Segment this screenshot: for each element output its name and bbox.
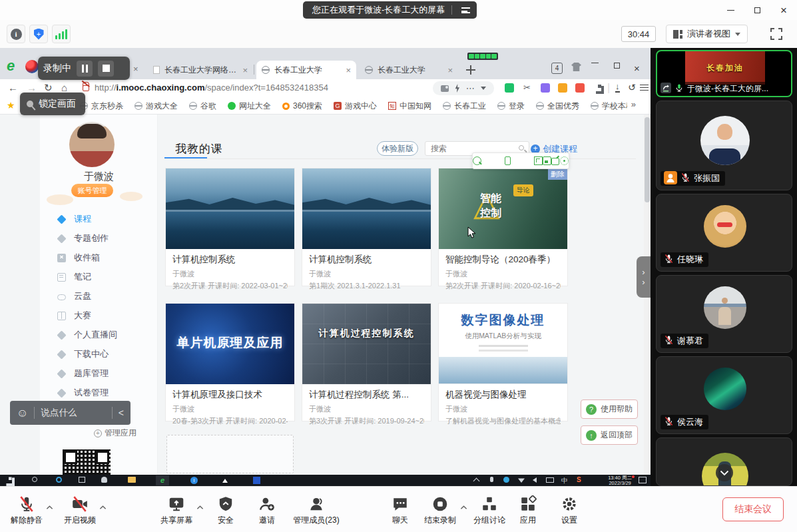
sidebar-item-6[interactable]: 大赛 xyxy=(40,308,158,323)
url-text[interactable]: http://i.mooc.chaoxing.com/space/index?t… xyxy=(95,83,328,93)
course-card[interactable]: 计算机过程控制系统计算机过程控制系统 第...于微波第3次开课 开课时间: 20… xyxy=(302,303,431,421)
sidebar-item-10[interactable]: 试卷管理 xyxy=(40,386,158,400)
hidden-tab-close-icon[interactable]: × xyxy=(133,64,138,74)
chevron-down-icon[interactable] xyxy=(481,87,486,90)
account-manage-button[interactable]: 账号管理 xyxy=(71,184,113,197)
course-card[interactable]: 计算机控制系统于微波第2次开课 开课时间: 2022-03-01~2022-..… xyxy=(165,168,295,286)
maximize-button[interactable] xyxy=(744,0,770,20)
settings-button[interactable]: 设置 xyxy=(555,493,583,527)
course-card[interactable]: 单片机原理及应用计算机原理及接口技术于微波20春-第3次开课 开课时间: 202… xyxy=(165,303,295,421)
extensions-grid-icon[interactable] xyxy=(595,85,601,91)
undo-icon[interactable]: ↺ xyxy=(628,82,636,93)
participant-tile[interactable]: 侯云海 xyxy=(656,356,792,434)
browser-sphere-icon[interactable] xyxy=(25,60,39,73)
fullscreen-button[interactable] xyxy=(768,26,784,42)
zoom-search-icon[interactable] xyxy=(473,156,481,165)
participant-tile[interactable]: 任晓琳 xyxy=(656,194,792,272)
taskbar-clock[interactable]: 13:40 周二2022/3/29 xyxy=(608,475,632,486)
breakout-button[interactable]: 分组讨论 xyxy=(469,493,510,527)
course-card[interactable]: 数字图像处理使用MATLAB分析与实现机器视觉与图像处理于微波了解机器视觉与图像… xyxy=(438,303,568,421)
sidebar-item-4[interactable]: 笔记 xyxy=(40,270,158,284)
invite-button[interactable]: 邀请 xyxy=(253,493,281,527)
sidebar-item-5[interactable]: 云盘 xyxy=(40,289,158,304)
bookmark-item[interactable]: 网址大全 xyxy=(228,101,271,112)
sidebar-item-7[interactable]: 个人直播间 xyxy=(40,328,158,342)
tray-speaker-icon[interactable] xyxy=(533,477,537,483)
browser-menu-icon[interactable] xyxy=(640,85,649,91)
people-icon[interactable] xyxy=(101,477,107,483)
browser-restore-button[interactable] xyxy=(614,63,620,69)
network-status-button[interactable] xyxy=(52,25,71,43)
apps-button[interactable]: 应用 xyxy=(514,493,542,527)
tray-keyboard-icon[interactable] xyxy=(546,477,554,483)
search-icon[interactable] xyxy=(519,145,524,150)
stop-recording-button[interactable]: 结束录制 xyxy=(418,493,462,527)
expand-icon[interactable] xyxy=(534,156,543,165)
extension-red-icon[interactable] xyxy=(575,83,585,93)
home-button[interactable]: ⌂ xyxy=(61,82,67,93)
action-center-icon[interactable] xyxy=(639,477,647,483)
delete-badge[interactable]: 删除 xyxy=(548,168,567,180)
security-shield-button[interactable]: + xyxy=(29,25,48,43)
chevron-up-icon[interactable] xyxy=(46,501,53,506)
browser-tab[interactable]: 长春工业大学× xyxy=(256,61,356,79)
tray-wifi-icon[interactable] xyxy=(518,477,525,483)
back-button[interactable]: ← xyxy=(8,82,18,93)
bookmark-item[interactable]: 360搜索 xyxy=(282,101,322,112)
participant-tile[interactable]: 谢慕君 xyxy=(656,275,792,353)
file-explorer-icon[interactable] xyxy=(128,477,136,483)
course-card[interactable]: △智能控制导论删除智能控制导论（2020春季）于微波第2次开课 开课时间: 20… xyxy=(438,168,568,286)
app-icon-blue-square[interactable] xyxy=(253,477,260,484)
browser-logo-icon[interactable]: e xyxy=(7,57,15,75)
tab-count-badge[interactable]: 4 xyxy=(551,63,563,74)
tray-headset-icon[interactable] xyxy=(503,477,509,483)
pause-recording-button[interactable] xyxy=(77,61,93,77)
bookmark-item[interactable]: 学校本科 xyxy=(591,101,627,112)
members-button[interactable]: 管理成员(23) xyxy=(285,493,348,527)
minimize-button[interactable] xyxy=(717,0,744,20)
speed-mode-icon[interactable] xyxy=(454,84,460,93)
bookmarks-overflow[interactable]: » xyxy=(631,99,636,109)
sogou-icon[interactable]: S xyxy=(577,476,581,483)
mobile-icon[interactable] xyxy=(505,156,511,165)
bookmark-item[interactable]: 登录 xyxy=(497,101,525,112)
browser-tab[interactable]: 长春工业大学× xyxy=(360,61,458,79)
sidebar-item-9[interactable]: 题库管理 xyxy=(40,366,158,381)
screenshot-scissors-icon[interactable]: ✂ xyxy=(523,83,531,93)
new-tab-button[interactable] xyxy=(466,65,475,75)
meeting-info-button[interactable]: i xyxy=(7,25,25,43)
unmute-button[interactable]: 解除静音 xyxy=(5,493,48,527)
sidebar-item-2[interactable]: 专题创作 xyxy=(40,231,158,246)
tab-close-icon[interactable]: × xyxy=(346,65,351,75)
ime-indicator[interactable]: 中 xyxy=(561,476,568,485)
image-mode-icon[interactable] xyxy=(441,85,449,92)
tab-close-icon[interactable]: × xyxy=(242,65,248,75)
extension-green-icon[interactable] xyxy=(505,83,514,93)
participant-screen-share-tile[interactable]: 长春加油于微波-长春工大的屏... xyxy=(656,50,792,97)
bookmark-item[interactable]: G游戏中心 xyxy=(334,101,377,112)
close-button[interactable]: × xyxy=(770,0,797,20)
tray-expand-icon[interactable] xyxy=(473,478,480,485)
participant-tile[interactable]: 张振国 xyxy=(656,101,792,190)
collapse-chat-icon[interactable]: < xyxy=(119,407,124,418)
taskbar-search-icon[interactable] xyxy=(32,477,37,482)
chevron-up-icon[interactable] xyxy=(196,501,204,506)
extension-orange-icon[interactable] xyxy=(558,83,567,93)
menu-icon[interactable] xyxy=(461,7,470,13)
task-view-icon[interactable] xyxy=(79,477,85,483)
browser-taskbar-icon[interactable]: e xyxy=(156,475,169,485)
sidebar-item-3[interactable]: 收件箱 xyxy=(40,250,158,265)
bookmark-item[interactable]: 游戏大全 xyxy=(134,101,178,112)
app-icon-blue-circle[interactable]: i xyxy=(190,477,198,484)
end-meeting-button[interactable]: 结束会议 xyxy=(722,497,784,521)
tray-mic-icon[interactable] xyxy=(490,477,493,482)
insecure-lock-icon[interactable] xyxy=(83,85,89,91)
chevron-up-icon[interactable] xyxy=(99,501,107,506)
favorites-star-icon[interactable]: ★ xyxy=(7,100,15,111)
manage-apps-link[interactable]: + 管理应用 xyxy=(94,427,136,439)
sidebar-item-1[interactable]: 课程 xyxy=(40,212,158,226)
share-screen-button[interactable]: 共享屏幕 xyxy=(154,493,198,527)
cortana-icon[interactable] xyxy=(56,477,62,483)
chat-input-placeholder[interactable]: 说点什么 xyxy=(41,407,105,419)
browser-skin-button[interactable] xyxy=(571,63,581,71)
